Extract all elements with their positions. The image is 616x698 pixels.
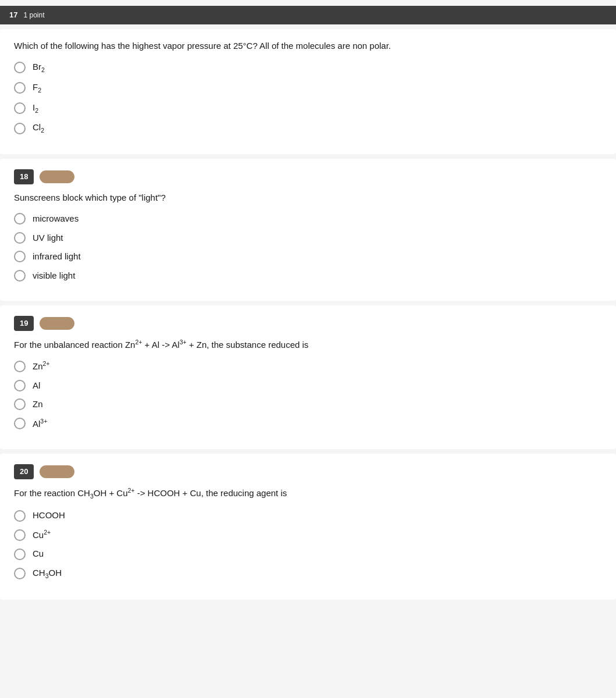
question-18-text: Sunscreens block which type of "light"? [14,191,602,205]
radio-q19-al3plus[interactable] [14,418,26,429]
option-q17-br2[interactable]: Br2 [14,60,602,75]
option-label-q19-al3plus: Al3+ [33,417,47,431]
radio-q17-cl2[interactable] [14,123,26,134]
question-20-options: HCOOH Cu2+ Cu CH3OH [14,509,602,581]
option-q18-infrared[interactable]: infrared light [14,250,602,263]
question-18-points-badge [40,170,74,183]
option-label-q20-cu2plus: Cu2+ [33,528,51,542]
option-label-q18-microwaves: microwaves [33,212,79,226]
radio-q20-cu[interactable] [14,549,26,560]
radio-q20-ch3oh[interactable] [14,568,26,579]
question-19-header: 19 [14,316,602,331]
question-18-options: microwaves UV light infrared light visib… [14,212,602,282]
option-label-q19-zn: Zn [33,398,43,411]
option-label-q20-cu: Cu [33,547,44,561]
question-20-block: 20 For the reaction CH3OH + Cu2+ -> HCOO… [0,454,616,600]
radio-q19-al[interactable] [14,380,26,391]
option-q17-f2[interactable]: F2 [14,81,602,95]
option-q20-ch3oh[interactable]: CH3OH [14,567,602,581]
radio-q20-cu2plus[interactable] [14,529,26,541]
radio-q17-i2[interactable] [14,102,26,114]
question-17-options: Br2 F2 I2 Cl2 [14,60,602,136]
radio-q20-hcooh[interactable] [14,510,26,522]
option-label-q18-infrared: infrared light [33,250,81,263]
question-20-number: 20 [14,464,34,479]
option-q20-cu2plus[interactable]: Cu2+ [14,528,602,542]
option-label-q17-cl2: Cl2 [33,121,44,136]
radio-q17-f2[interactable] [14,82,26,94]
option-label-q19-zn2plus: Zn2+ [33,359,50,373]
question-19-text: For the unbalanced reaction Zn2+ + Al ->… [14,338,602,352]
option-q18-microwaves[interactable]: microwaves [14,212,602,226]
radio-q19-zn[interactable] [14,398,26,410]
option-label-q17-br2: Br2 [33,60,45,75]
question-18-block: 18 Sunscreens block which type of "light… [0,159,616,301]
radio-q18-microwaves[interactable] [14,213,26,225]
question-20-header: 20 [14,464,602,479]
option-q17-cl2[interactable]: Cl2 [14,121,602,136]
question-18-header: 18 [14,169,602,184]
question-19-points-badge [40,317,74,330]
top-bar-number: 17 [9,9,17,21]
radio-q19-zn2plus[interactable] [14,361,26,372]
question-19-number: 19 [14,316,34,331]
option-q19-zn2plus[interactable]: Zn2+ [14,359,602,373]
option-q18-uv[interactable]: UV light [14,232,602,245]
question-20-text: For the reaction CH3OH + Cu2+ -> HCOOH +… [14,486,602,501]
question-19-options: Zn2+ Al Zn Al3+ [14,359,602,430]
radio-q18-infrared[interactable] [14,251,26,262]
question-19-block: 19 For the unbalanced reaction Zn2+ + Al… [0,305,616,449]
question-18-number: 18 [14,169,34,184]
option-label-q17-i2: I2 [33,101,38,116]
option-q19-al[interactable]: Al [14,379,602,393]
option-label-q18-visible: visible light [33,269,75,283]
option-q19-zn[interactable]: Zn [14,398,602,411]
option-label-q20-ch3oh: CH3OH [33,567,62,581]
option-label-q18-uv: UV light [33,232,63,245]
page-container: 17 1 point Which of the following has th… [0,0,616,698]
option-q17-i2[interactable]: I2 [14,101,602,116]
top-bar-points: 1 point [23,10,44,20]
question-17-text: Which of the following has the highest v… [14,40,602,53]
radio-q18-uv[interactable] [14,232,26,244]
option-q19-al3plus[interactable]: Al3+ [14,417,602,431]
radio-q18-visible[interactable] [14,270,26,282]
top-bar: 17 1 point [0,6,616,24]
radio-q17-br2[interactable] [14,62,26,73]
option-q20-hcooh[interactable]: HCOOH [14,509,602,522]
option-label-q19-al: Al [33,379,40,393]
option-label-q20-hcooh: HCOOH [33,509,65,522]
option-q18-visible[interactable]: visible light [14,269,602,283]
question-17-block: Which of the following has the highest v… [0,29,616,155]
option-label-q17-f2: F2 [33,81,41,95]
option-q20-cu[interactable]: Cu [14,547,602,561]
question-20-points-badge [40,465,74,478]
